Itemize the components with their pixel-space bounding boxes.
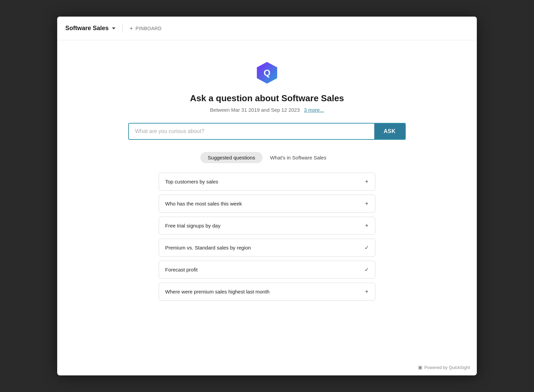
more-filters-link[interactable]: 3 more... [304,107,324,113]
pin-icon-5: ✦ [364,288,369,295]
tab-suggested-questions[interactable]: Suggested questions [200,152,263,163]
pin-icon-1: ✦ [364,200,369,207]
topbar-divider [122,24,123,32]
question-item-1[interactable]: Who has the most sales this week ✦ [159,195,375,213]
app-logo: Q [255,61,279,85]
question-text-4: Forecast profit [165,267,198,273]
topbar-title-text: Software Sales [65,25,109,32]
main-content: Q Ask a question about Software Sales Be… [57,40,477,375]
pin-icon: ✦ [129,26,134,31]
svg-text:Q: Q [264,68,270,78]
page-title: Ask a question about Software Sales [190,93,344,104]
questions-list: Top customers by sales ✦ Who has the mos… [159,173,375,301]
question-text-5: Where were premium sales highest last mo… [165,289,269,295]
question-text-0: Top customers by sales [165,179,218,184]
pinboard-label: PINBOARD [136,26,162,31]
ask-button[interactable]: ASK [374,124,405,139]
question-item-0[interactable]: Top customers by sales ✦ [159,173,375,191]
question-text-1: Who has the most sales this week [165,201,242,206]
question-item-2[interactable]: Free trial signups by day ✦ [159,217,375,235]
footer: ▣ Powered by QuickSight [418,365,470,370]
chevron-down-icon [112,27,115,29]
date-range-text: Between Mar 31 2019 and Sep 12 2023 [210,107,300,113]
date-range: Between Mar 31 2019 and Sep 12 2023 3 mo… [210,107,324,113]
datasource-title[interactable]: Software Sales [65,25,115,32]
question-item-4[interactable]: Forecast profit ✓ [159,261,375,279]
check-icon-3: ✓ [364,244,369,251]
pinboard-link[interactable]: ✦ PINBOARD [129,26,162,31]
pin-icon-2: ✦ [364,222,369,229]
topbar: Software Sales ✦ PINBOARD [57,17,477,40]
pin-icon-0: ✦ [364,178,369,185]
question-item-3[interactable]: Premium vs. Standard sales by region ✓ [159,239,375,257]
question-item-5[interactable]: Where were premium sales highest last mo… [159,283,375,301]
app-window: Software Sales ✦ PINBOARD Q [57,17,477,375]
check-icon-4: ✓ [364,266,369,273]
question-text-2: Free trial signups by day [165,223,220,228]
tab-whats-in-software-sales[interactable]: What's in Software Sales [263,152,334,163]
powered-by-text: Powered by QuickSight [424,365,470,370]
question-text-3: Premium vs. Standard sales by region [165,245,251,251]
quicksight-icon: ▣ [418,365,422,370]
tabs-container: Suggested questions What's in Software S… [200,152,334,163]
search-input[interactable] [129,124,374,139]
search-container: ASK [128,123,406,140]
logo-container: Q [255,61,279,86]
